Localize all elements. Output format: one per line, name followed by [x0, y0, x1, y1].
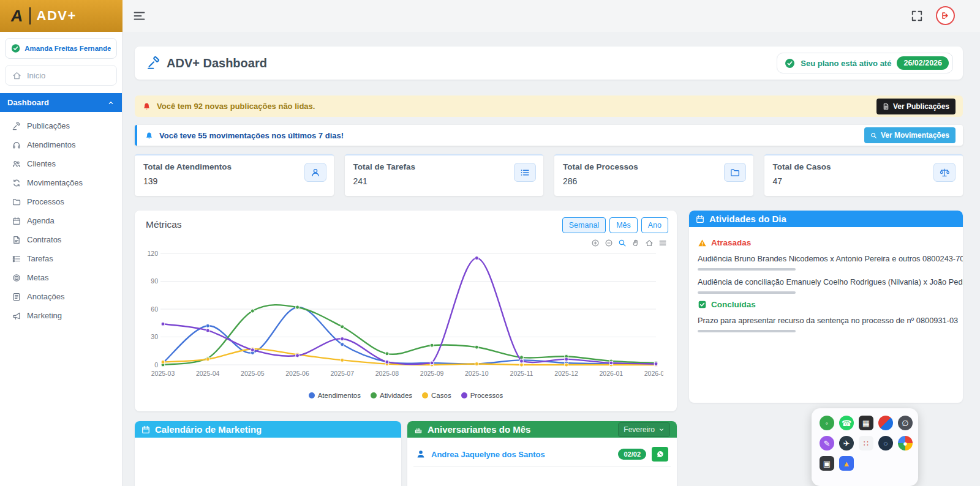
sidebar-item-tarefas[interactable]: Tarefas — [0, 249, 122, 268]
logout-icon[interactable] — [936, 6, 955, 25]
warning-icon — [698, 239, 707, 247]
sidebar-item-publicacoes[interactable]: Publicações — [0, 116, 122, 135]
birthdays-card-header: Aniversariantes do Mês Fevereiro — [407, 421, 677, 438]
legend-label: Atendimentos — [318, 392, 361, 399]
calendar-icon — [141, 425, 150, 434]
sidebar-toggle-icon[interactable] — [134, 10, 147, 22]
range-semanal-button[interactable]: Semanal — [562, 217, 606, 233]
marketing-card-header: Calendário de Marketing — [135, 421, 401, 438]
sidebar-item-anotacoes[interactable]: Anotações — [0, 287, 122, 306]
svg-text:120: 120 — [147, 250, 158, 257]
home-icon — [12, 71, 21, 80]
line-chart[interactable]: 03060901202025-032025-042025-052025-0620… — [141, 246, 668, 387]
fullscreen-icon[interactable] — [911, 9, 924, 23]
sidebar-item-inicio[interactable]: Inicio — [5, 65, 117, 86]
daily-activities-card: Atividades do Dia Atrasadas Audiência Br… — [689, 211, 963, 403]
sidebar-item-clientes[interactable]: Clientes — [0, 154, 122, 173]
keyboard-app-icon[interactable]: ▦ — [859, 416, 873, 430]
plan-status-box: Seu plano está ativo até 26/02/2026 — [777, 53, 953, 73]
sidebar-item-processos[interactable]: Processos — [0, 192, 122, 211]
dark-grid-app-icon[interactable]: ▣ — [820, 456, 834, 471]
sidebar-item-agenda[interactable]: Agenda — [0, 211, 122, 230]
hidden-eye-app-icon[interactable]: ∅ — [898, 416, 913, 430]
sidebar: Amanda Freitas Fernandes Inicio Dashboar… — [0, 32, 123, 486]
sidebar-item-contratos[interactable]: Contratos — [0, 230, 122, 249]
dice-app-icon[interactable]: ∷ — [859, 436, 873, 450]
whatsapp-icon[interactable]: ☎ — [839, 416, 854, 430]
stat-card-tarefas: Total de Tarefas 241 — [345, 154, 544, 196]
svg-text:2025-04: 2025-04 — [196, 370, 220, 377]
metrics-title: Métricas — [146, 219, 182, 230]
month-select-dropdown[interactable]: Fevereiro — [618, 422, 670, 437]
brand-logo[interactable]: A ADV+ — [0, 0, 123, 32]
calendar-icon — [12, 217, 21, 225]
sidebar-item-label: Movimentações — [27, 178, 83, 187]
range-mes-button[interactable]: Mês — [609, 217, 638, 233]
legend-item-atividades[interactable]: Atividades — [371, 392, 412, 399]
check-circle-icon — [785, 58, 795, 69]
app-glyph: ☎ — [842, 419, 851, 427]
legend-item-casos[interactable]: Casos — [422, 392, 451, 399]
verified-check-icon — [11, 43, 20, 53]
svg-text:2026-02: 2026-02 — [644, 370, 663, 377]
scales-icon — [933, 163, 956, 182]
folder-icon — [724, 163, 746, 182]
legend-item-atendimentos[interactable]: Atendimentos — [309, 392, 361, 399]
app-glyph: ▣ — [823, 460, 831, 468]
sidebar-item-metas[interactable]: Metas — [0, 268, 122, 287]
svg-text:2025-06: 2025-06 — [285, 370, 309, 377]
globe-app-icon[interactable]: ○ — [878, 436, 893, 450]
ver-publicacoes-button[interactable]: Ver Publicações — [876, 99, 956, 114]
green-ring-app-icon[interactable]: ◦ — [820, 416, 834, 430]
svg-text:2025-09: 2025-09 — [420, 370, 444, 377]
blue-arrow-app-icon[interactable]: ▲ — [839, 456, 854, 471]
user-profile-chip[interactable]: Amanda Freitas Fernandes — [5, 38, 117, 59]
legend-label: Casos — [431, 392, 451, 399]
red-blue-logo-app-icon[interactable] — [878, 416, 893, 430]
check-square-icon — [698, 300, 707, 309]
sidebar-item-label: Contratos — [27, 235, 61, 244]
section-label: Concluídas — [711, 300, 756, 309]
svg-text:90: 90 — [151, 277, 158, 285]
birthday-person-link[interactable]: Andrea Jaquelyne dos Santos — [431, 450, 612, 459]
range-ano-button[interactable]: Ano — [641, 217, 668, 233]
sidebar-dashboard-children: Publicações Atendimentos Clientes Movime… — [0, 112, 122, 331]
stat-card-atendimentos: Total de Atendimentos 139 — [135, 154, 334, 196]
movements-alert-text: Você teve 55 movimentações nos últimos 7… — [159, 131, 344, 140]
chrome-like-app-icon[interactable]: ● — [898, 436, 913, 450]
sync-icon — [12, 179, 21, 187]
app-glyph: ● — [903, 439, 908, 447]
svg-text:2025-11: 2025-11 — [510, 370, 533, 377]
purple-brush-app-icon[interactable]: ✎ — [820, 436, 834, 450]
chart-range-buttons: Semanal Mês Ano — [562, 217, 668, 233]
dashboard-title-card: ADV+ Dashboard Seu plano está ativo até … — [135, 47, 963, 80]
sidebar-item-label: Metas — [27, 273, 48, 282]
button-label: Ver Publicações — [893, 102, 949, 111]
sidebar-item-label: Publicações — [27, 121, 70, 130]
svg-text:2025-05: 2025-05 — [241, 370, 265, 377]
sidebar-item-dashboard[interactable]: Dashboard — [0, 93, 122, 112]
cake-icon — [414, 425, 423, 434]
activity-item[interactable]: Prazo para apresentar recurso da sentenç… — [698, 316, 963, 325]
svg-text:60: 60 — [151, 305, 158, 313]
app-glyph: ▦ — [862, 419, 870, 427]
send-app-icon[interactable]: ✈ — [839, 436, 854, 450]
birthdays-card-title: Aniversariantes do Mês — [428, 424, 530, 435]
publications-alert-text: Você tem 92 novas publicações não lidas. — [157, 102, 315, 111]
sidebar-item-movimentacoes[interactable]: Movimentações — [0, 173, 122, 192]
stats-row: Total de Atendimentos 139 Total de Taref… — [135, 154, 963, 196]
stat-value: 286 — [563, 176, 745, 186]
checklist-icon — [12, 255, 21, 263]
activity-item[interactable]: Audiência de conciliação Emanuely Coelho… — [698, 277, 963, 286]
button-label: Ver Movimentações — [881, 131, 949, 140]
stat-card-casos: Total de Casos 47 — [764, 154, 963, 196]
ver-movimentacoes-button[interactable]: Ver Movimentações — [864, 127, 956, 143]
whatsapp-button[interactable] — [652, 447, 668, 462]
sidebar-item-marketing[interactable]: Marketing — [0, 306, 122, 325]
activity-item[interactable]: Audiência Bruno Brandes Nicodemos x Anto… — [698, 254, 963, 263]
sidebar-item-atendimentos[interactable]: Atendimentos — [0, 135, 122, 154]
gavel-icon — [147, 56, 160, 70]
page-title: ADV+ Dashboard — [167, 56, 267, 70]
legend-item-processos[interactable]: Processos — [461, 392, 503, 399]
metrics-card: Métricas Semanal Mês Ano 03060901202025-… — [135, 211, 677, 411]
